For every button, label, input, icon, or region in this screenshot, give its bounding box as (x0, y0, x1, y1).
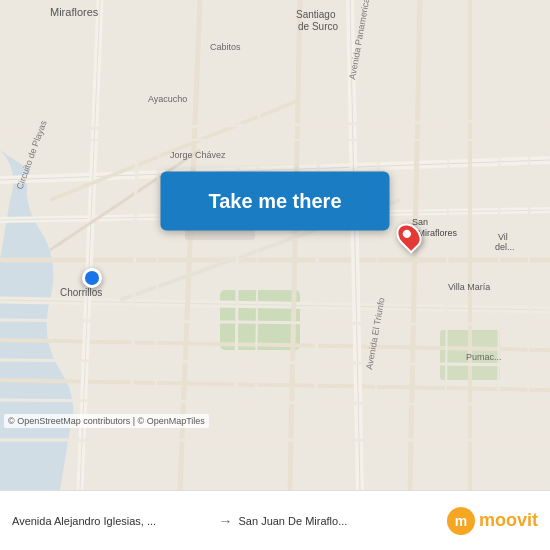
svg-text:Ayacucho: Ayacucho (148, 94, 187, 104)
svg-text:Jorge Chávez: Jorge Chávez (170, 150, 226, 160)
svg-text:Cabitos: Cabitos (210, 42, 241, 52)
svg-text:Vil: Vil (498, 232, 508, 242)
take-me-there-button[interactable]: Take me there (160, 171, 389, 230)
bottom-bar: Avenida Alejandro Iglesias, ... → San Ju… (0, 490, 550, 550)
svg-text:Villa María: Villa María (448, 282, 490, 292)
origin-marker (82, 268, 102, 288)
moovit-logo: m moovit (447, 507, 538, 535)
moovit-text: moovit (479, 510, 538, 531)
map-container: Miraflores Santiago de Surco Cabitos Aya… (0, 0, 550, 490)
origin-label: Avenida Alejandro Iglesias, ... (12, 515, 213, 527)
svg-text:Santiago: Santiago (296, 9, 336, 20)
destination-label: San Juan De Miraflo... (239, 515, 440, 527)
arrow-icon: → (219, 513, 233, 529)
destination-marker (398, 222, 420, 250)
map-attribution: © OpenStreetMap contributors | © OpenMap… (4, 414, 209, 428)
svg-text:de Surco: de Surco (298, 21, 338, 32)
svg-text:Miraflores: Miraflores (50, 6, 99, 18)
moovit-icon: m (447, 507, 475, 535)
svg-text:del...: del... (495, 242, 515, 252)
app: Miraflores Santiago de Surco Cabitos Aya… (0, 0, 550, 550)
svg-text:Chorrillos: Chorrillos (60, 287, 102, 298)
svg-rect-1 (220, 290, 300, 350)
route-info: Avenida Alejandro Iglesias, ... → San Ju… (12, 513, 439, 529)
svg-text:Pumac...: Pumac... (466, 352, 502, 362)
